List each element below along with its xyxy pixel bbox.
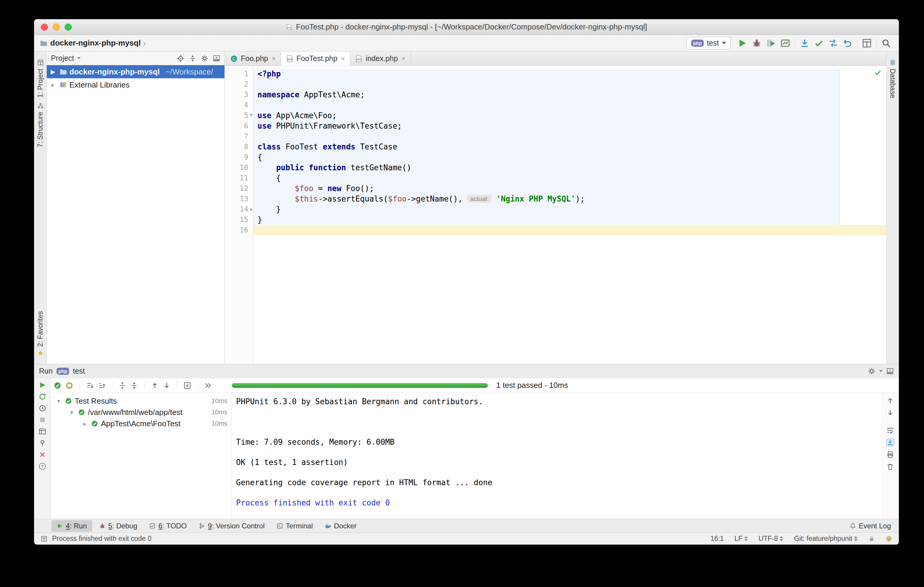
- tab-close-icon[interactable]: ×: [272, 54, 276, 63]
- settings-gear-icon[interactable]: [868, 367, 876, 375]
- fold-marker-icon[interactable]: ▾: [250, 112, 252, 118]
- tool-stripe-database[interactable]: Database: [889, 59, 897, 98]
- selector-arrows-icon: [854, 536, 858, 541]
- tab-close-icon[interactable]: ×: [341, 54, 345, 63]
- titlebar[interactable]: php FooTest.php - docker-nginx-php-mysql…: [34, 19, 899, 35]
- zoom-window-button[interactable]: [64, 23, 72, 31]
- caret-position-widget[interactable]: 16:1: [711, 534, 724, 542]
- expand-arrow-icon[interactable]: ▸: [81, 420, 88, 427]
- event-log-button[interactable]: Event Log: [850, 522, 899, 530]
- status-bar: Process finished with exit code 0 16:1 L…: [34, 533, 899, 544]
- rerun-icon[interactable]: [38, 381, 46, 389]
- print-icon[interactable]: [886, 451, 894, 459]
- tool-stripe-1-project[interactable]: 1: Project: [36, 59, 45, 97]
- clear-icon[interactable]: [886, 463, 894, 471]
- test-tree-row-test-results[interactable]: ▾Test Results10ms: [51, 395, 231, 407]
- tab-close-icon[interactable]: ×: [402, 54, 406, 63]
- search-icon[interactable]: [881, 38, 891, 48]
- gear-icon[interactable]: [201, 54, 208, 62]
- commit-icon[interactable]: [814, 38, 824, 48]
- expand-arrow-icon[interactable]: ▶: [49, 68, 57, 75]
- code-area[interactable]: <?phpnamespace AppTest\Acme;use App\Acme…: [253, 66, 886, 364]
- expand-all-icon[interactable]: [118, 381, 127, 390]
- inspections-ok-icon[interactable]: [874, 68, 882, 76]
- import-tests-icon[interactable]: [183, 381, 191, 390]
- revert-icon[interactable]: [842, 38, 853, 48]
- event-log-label: Event Log: [859, 522, 891, 530]
- test-tree-row-var-www-html-web-app-test[interactable]: ▾/var/www/html/web/app/test10ms: [51, 407, 231, 418]
- tool-stripe-2-favorites[interactable]: 2: Favorites: [36, 311, 45, 356]
- auto-test-icon[interactable]: [38, 404, 46, 412]
- profiler-icon[interactable]: [780, 38, 790, 48]
- tool-stripe-7-structure[interactable]: 7: Structure: [36, 102, 45, 147]
- run-console[interactable]: PHPUnit 6.3.0 by Sebastian Bergmann and …: [231, 393, 881, 519]
- pin-icon[interactable]: [38, 439, 46, 447]
- expand-arrow-icon[interactable]: ▾: [68, 409, 75, 416]
- toolwindow-button-4-run[interactable]: 4: Run: [51, 520, 92, 532]
- arrow-down-icon[interactable]: [886, 409, 894, 417]
- toolwindow-button-terminal[interactable]: Terminal: [272, 521, 318, 531]
- editor-tab-footest-php[interactable]: phpFooTest.php×: [281, 51, 350, 66]
- inspector-profile-icon[interactable]: [886, 536, 892, 542]
- chevron-more-icon[interactable]: [204, 381, 212, 390]
- locate-icon[interactable]: [177, 54, 185, 62]
- sort-duration-icon[interactable]: [97, 381, 106, 390]
- collapse-all-icon[interactable]: [189, 54, 196, 62]
- project-root-row[interactable]: ▶docker-nginx-php-mysql~/Workspace/: [47, 65, 224, 78]
- toolwindow-button-9-version-control[interactable]: 9: Version Control: [194, 521, 269, 531]
- collapse-all-icon[interactable]: [130, 381, 139, 390]
- console-line: [236, 427, 881, 437]
- toolwindow-button-docker[interactable]: Docker: [320, 521, 361, 531]
- window-grid-icon[interactable]: [862, 38, 872, 48]
- test-tree-row-apptest-acme-footest[interactable]: ▸AppTest\Acme\FooTest10ms: [51, 418, 231, 429]
- project-view-selector[interactable]: Project: [51, 54, 74, 63]
- stop-icon[interactable]: [38, 416, 46, 424]
- editor[interactable]: 12345678910111213141516 <?phpnamespace A…: [225, 66, 886, 364]
- structure-tool-icon: [37, 102, 44, 109]
- toolwindow-button-6-todo[interactable]: 6: TODO: [144, 521, 191, 531]
- git-branch-widget[interactable]: Git: feature/phpunit: [794, 534, 858, 542]
- scroll-end-icon[interactable]: [886, 439, 894, 447]
- editor-tab-index-php[interactable]: phpindex.php×: [350, 51, 411, 66]
- expand-arrow-icon[interactable]: ▾: [55, 398, 62, 404]
- hide-panel-icon[interactable]: [886, 367, 894, 375]
- soft-wrap-icon[interactable]: [886, 426, 894, 434]
- close-window-button[interactable]: [41, 23, 48, 31]
- tree-node-external-libraries[interactable]: ▸External Libraries: [47, 78, 224, 91]
- project-panel: Project ▶docker-nginx-php-mysql~/Workspa…: [47, 51, 225, 364]
- file-encoding-widget[interactable]: UTF-8: [759, 534, 783, 542]
- diff-icon[interactable]: [828, 38, 838, 48]
- rerun-failed-icon[interactable]: [38, 392, 46, 401]
- hide-panel-icon[interactable]: [213, 54, 220, 62]
- class-badge-icon: C: [230, 55, 238, 63]
- arrow-up-icon[interactable]: [151, 381, 159, 390]
- editor-tab-foo-php[interactable]: CFoo.php×: [225, 51, 281, 66]
- arrow-up-icon[interactable]: [886, 396, 894, 404]
- line-separator-widget[interactable]: LF: [734, 534, 748, 542]
- fold-marker-icon[interactable]: ▴: [250, 205, 252, 212]
- restore-layout-icon[interactable]: [38, 427, 46, 435]
- expand-arrow-icon[interactable]: ▸: [49, 81, 57, 88]
- vcs-icon: [198, 523, 205, 529]
- hide-passed-icon[interactable]: [53, 381, 62, 390]
- tool-window-buttons: 4: Run5: Debug6: TODO9: Version ControlT…: [51, 520, 361, 532]
- run-icon[interactable]: [738, 38, 747, 48]
- coverage-icon[interactable]: [766, 38, 776, 48]
- run-tab-label[interactable]: Run: [39, 367, 53, 375]
- window-title-text: FooTest.php - docker-nginx-php-mysql - […: [296, 22, 647, 31]
- close-icon[interactable]: [38, 451, 46, 459]
- arrow-down-icon[interactable]: [163, 381, 171, 390]
- minimize-window-button[interactable]: [53, 23, 60, 31]
- tool-window-switcher-icon[interactable]: [41, 536, 47, 542]
- run-configuration-select[interactable]: php test: [686, 37, 731, 49]
- toolwindow-button-5-debug[interactable]: 5: Debug: [94, 521, 142, 531]
- code-line: namespace AppTest\Acme;: [253, 90, 886, 100]
- lock-icon[interactable]: [868, 536, 875, 542]
- debug-icon[interactable]: [752, 38, 762, 48]
- sort-alpha-icon[interactable]: [86, 381, 94, 390]
- breadcrumb-project[interactable]: docker-nginx-php-mysql: [50, 38, 140, 48]
- show-ignored-icon[interactable]: [65, 381, 74, 390]
- help-icon[interactable]: ?: [38, 462, 46, 470]
- toolwindow-button-label: 9: Version Control: [208, 522, 265, 530]
- update-project-icon[interactable]: [800, 38, 810, 48]
